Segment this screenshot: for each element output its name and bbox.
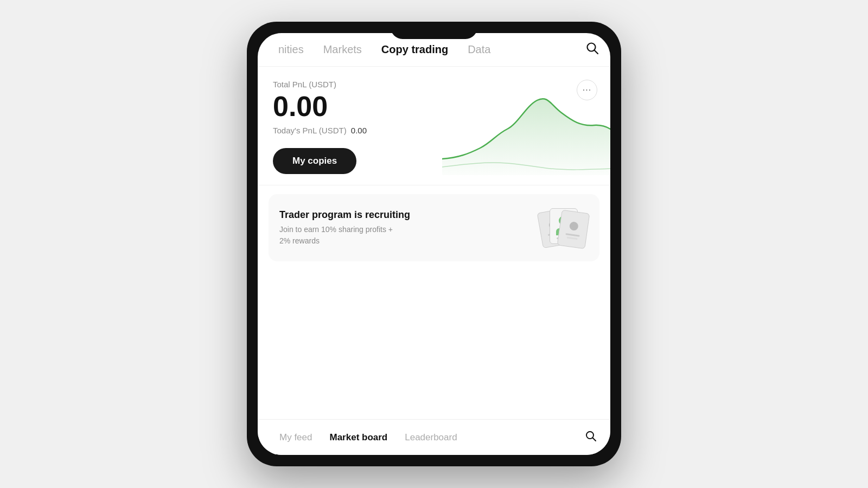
pnl-value: 0.00 [273, 92, 595, 120]
nav-search-icon[interactable] [585, 41, 599, 59]
nav-item-data[interactable]: Data [458, 43, 500, 56]
more-options-button[interactable]: ··· [577, 80, 597, 100]
tab-market-board[interactable]: Market board [321, 432, 396, 443]
svg-line-1 [595, 50, 598, 54]
pnl-today-value: 0.00 [351, 126, 367, 135]
banner-description: Join to earn 10% sharing profits + 2% re… [279, 224, 404, 247]
my-copies-button[interactable]: My copies [273, 148, 356, 174]
trader-cards-icon [540, 206, 589, 249]
phone-frame: nities Markets Copy trading Data ··· [247, 22, 621, 466]
pnl-label: Total PnL (USDT) [273, 80, 595, 89]
tab-leaderboard[interactable]: Leaderboard [396, 432, 465, 443]
nav-item-copy-trading[interactable]: Copy trading [372, 43, 458, 56]
phone-notch [391, 22, 477, 39]
svg-line-3 [593, 438, 596, 441]
nav-item-markets[interactable]: Markets [314, 43, 372, 56]
phone-screen: nities Markets Copy trading Data ··· [258, 33, 610, 455]
nav-item-opportunities[interactable]: nities [269, 43, 314, 56]
pnl-card: ··· [258, 67, 610, 185]
tab-my-feed[interactable]: My feed [271, 432, 321, 443]
trader-program-banner[interactable]: Trader program is recruiting Join to ear… [269, 194, 599, 261]
trader-card-front [557, 210, 590, 249]
main-content: ··· [258, 67, 610, 261]
banner-text: Trader program is recruiting Join to ear… [279, 209, 410, 247]
tab-search-icon[interactable] [584, 429, 597, 446]
avatar-circle-3 [569, 221, 579, 231]
pnl-today: Today's PnL (USDT) 0.00 [273, 126, 595, 135]
bottom-tab-bar: My feed Market board Leaderboard [258, 419, 610, 455]
banner-title: Trader program is recruiting [279, 209, 410, 221]
